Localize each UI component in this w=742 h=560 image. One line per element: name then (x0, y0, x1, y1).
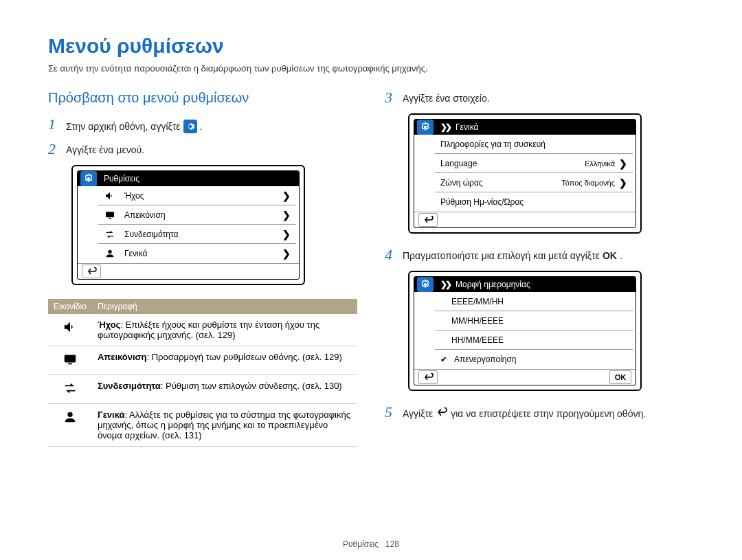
svg-rect-5 (68, 363, 72, 365)
svg-point-6 (67, 412, 72, 417)
step-number: 4 (385, 247, 397, 262)
right-column: 3 Αγγίξτε ένα στοιχείο. ❯❯ Γενικά Πληροφ… (385, 90, 694, 447)
step-1-text-post: . (200, 121, 203, 132)
option-date-2[interactable]: ΜΜ/ΗΗ/ΕΕΕΕ (435, 311, 633, 331)
svg-rect-2 (109, 218, 111, 219)
option-date-3[interactable]: ΗΗ/ΜΜ/ΕΕΕΕ (435, 331, 633, 350)
device-title: Γενικά (456, 122, 633, 132)
option-date-1[interactable]: ΕΕΕΕ/ΜΜ/ΗΗ (435, 292, 633, 311)
option-label: ΜΜ/ΗΗ/ΕΕΕΕ (440, 316, 627, 326)
menu-label: Πληροφορίες για τη συσκευή (440, 139, 627, 149)
svg-rect-1 (106, 212, 114, 217)
footer-page-number: 128 (385, 539, 399, 549)
icon-description-table: Εικονίδιο Περιγραφή Ήχος: Επιλέξτε ήχους… (48, 299, 357, 447)
table-row: Γενικά: Αλλάξτε τις ρυθμίσεις για το σύσ… (48, 404, 357, 447)
row-bold: Ήχος (98, 320, 121, 330)
gear-icon (417, 277, 434, 292)
step-number: 2 (48, 142, 60, 157)
row-text: : Προσαρμογή των ρυθμίσεων οθόνης. (σελ.… (146, 352, 341, 362)
chevron-right-icon: ❯ (619, 158, 627, 169)
menu-label: Απεικόνιση (124, 210, 282, 220)
row-text: : Ρύθμιση των επιλογών σύνδεσης. (σελ. 1… (161, 381, 342, 391)
svg-rect-4 (65, 355, 76, 363)
connectivity-icon (63, 381, 78, 396)
step-4-post: . (620, 250, 622, 261)
menu-device-info[interactable]: Πληροφορίες για τη συσκευή (435, 135, 633, 154)
menu-connectivity[interactable]: Συνδεσιμότητα ❯ (98, 225, 296, 244)
step-5: 5 Αγγίξτε για να επιστρέψετε στην προηγο… (385, 405, 694, 420)
back-arrow-icon (436, 407, 448, 419)
device-screen-settings: Ρυθμίσεις Ήχος ❯ Απεικόνιση (71, 165, 305, 285)
display-icon (104, 210, 116, 221)
menu-label: Συνδεσιμότητα (124, 229, 282, 239)
device-screen-general: ❯❯ Γενικά Πληροφορίες για τη συσκευή Lan… (408, 113, 642, 234)
row-text: : Αλλάξτε τις ρυθμίσεις για το σύστημα τ… (98, 410, 350, 440)
ok-label: OK (603, 250, 617, 261)
chevron-right-icon: ❯ (282, 210, 291, 221)
footer-label: Ρυθμίσεις (343, 539, 379, 549)
menu-label: Γενικά (124, 249, 282, 258)
back-button[interactable] (418, 370, 438, 384)
chevron-right-icon: ❯ (282, 190, 291, 201)
menu-label: Ρύθμιση Ημ-νίας/Ώρας (440, 197, 627, 207)
gear-icon (417, 120, 434, 135)
menu-display[interactable]: Απεικόνιση ❯ (98, 205, 296, 225)
person-icon (104, 248, 116, 259)
back-button[interactable] (82, 265, 101, 278)
speaker-icon (104, 190, 116, 201)
device-screen-dateformat: ❯❯ Μορφή ημερομηνίας ΕΕΕΕ/ΜΜ/ΗΗ ΜΜ/ΗΗ/ΕΕ… (408, 271, 642, 391)
option-label: Απενεργοποίηση (454, 355, 627, 364)
table-row: Ήχος: Επιλέξτε ήχους και ρυθμίστε την έν… (48, 314, 357, 346)
step-5-pre: Αγγίξτε (403, 408, 433, 419)
connectivity-icon (104, 229, 116, 240)
page-footer: Ρυθμίσεις 128 (0, 539, 742, 549)
menu-label: Ήχος (124, 191, 282, 201)
gear-icon (80, 171, 97, 186)
page-subtitle: Σε αυτήν την ενότητα παρουσιάζεται η δια… (48, 63, 694, 74)
table-row: Απεικόνιση: Προσαρμογή των ρυθμίσεων οθό… (48, 346, 357, 375)
step-2: 2 Αγγίξτε ένα μενού. (48, 142, 357, 157)
option-label: ΕΕΕΕ/ΜΜ/ΗΗ (440, 297, 627, 306)
step-number: 1 (48, 117, 60, 132)
menu-language[interactable]: Language Ελληνικά ❯ (435, 154, 633, 173)
step-3: 3 Αγγίξτε ένα στοιχείο. (385, 90, 694, 105)
back-button[interactable] (418, 213, 438, 227)
menu-sound[interactable]: Ήχος ❯ (98, 186, 296, 205)
step-number: 3 (385, 90, 397, 105)
display-icon (63, 352, 78, 367)
step-number: 5 (385, 405, 397, 420)
section-heading: Πρόσβαση στο μενού ρυθμίσεων (48, 90, 357, 106)
device-title: Μορφή ημερομηνίας (456, 280, 633, 289)
svg-point-3 (108, 250, 111, 254)
menu-timezone[interactable]: Ζώνη ώρας Τόπος διαμονής ❯ (435, 173, 633, 192)
table-row: Συνδεσιμότητα: Ρύθμιση των επιλογών σύνδ… (48, 375, 357, 404)
step-4-pre: Πραγματοποιήστε μια επιλογή και μετά αγγ… (403, 250, 600, 261)
row-text: : Επιλέξτε ήχους και ρυθμίστε την ένταση… (98, 320, 319, 340)
menu-label: Ζώνη ώρας (440, 178, 557, 188)
menu-general[interactable]: Γενικά ❯ (98, 244, 296, 263)
check-icon: ✔ (440, 355, 450, 364)
option-label: ΗΗ/ΜΜ/ΕΕΕΕ (440, 335, 627, 345)
step-5-post: για να επιστρέψετε στην προηγούμενη οθόν… (451, 408, 646, 419)
table-header-desc: Περιγραφή (92, 299, 357, 314)
menu-value: Τόπος διαμονής (561, 179, 615, 187)
person-icon (63, 410, 78, 425)
step-1-text-pre: Στην αρχική οθόνη, αγγίξτε (66, 121, 181, 132)
row-bold: Απεικόνιση (98, 352, 147, 362)
menu-value: Ελληνικά (585, 159, 615, 168)
ok-button[interactable]: OK (609, 370, 631, 384)
menu-datetime[interactable]: Ρύθμιση Ημ-νίας/Ώρας (435, 192, 633, 212)
gear-icon (183, 120, 197, 133)
page-title: Μενού ρυθμίσεων (48, 34, 694, 58)
speaker-icon (63, 320, 78, 335)
step-2-text: Αγγίξτε ένα μενού. (66, 142, 144, 155)
option-off[interactable]: ✔ Απενεργοποίηση (435, 350, 633, 369)
step-4: 4 Πραγματοποιήστε μια επιλογή και μετά α… (385, 247, 694, 262)
row-bold: Γενικά (98, 410, 125, 420)
chevron-right-icon: ❯ (282, 229, 291, 240)
step-3-text: Αγγίξτε ένα στοιχείο. (403, 90, 490, 104)
device-title: Ρυθμίσεις (104, 174, 296, 183)
chevron-right-icon: ❯ (619, 177, 627, 188)
chevron-double-icon: ❯❯ (440, 280, 450, 289)
step-1: 1 Στην αρχική οθόνη, αγγίξτε . (48, 117, 357, 133)
